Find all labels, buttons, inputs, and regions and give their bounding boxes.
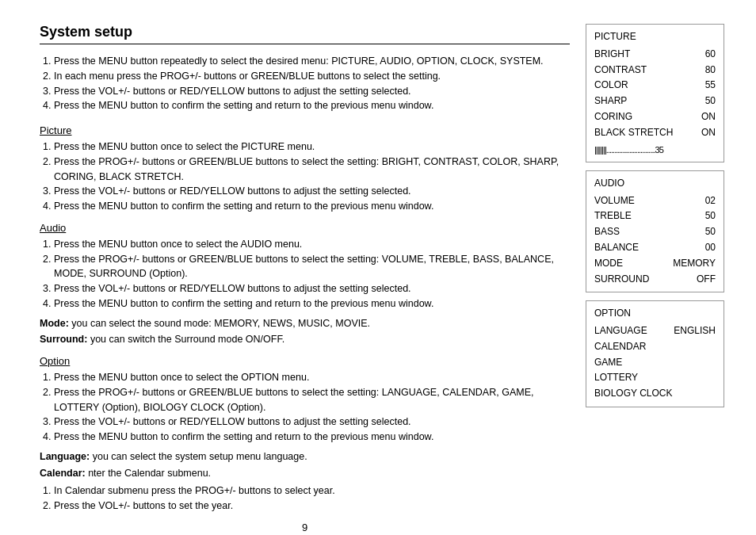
option-note-calendar: Calendar: nter the Calendar submenu.	[40, 466, 570, 481]
intro-list: Press the MENU button repeatedly to sele…	[40, 54, 570, 113]
intro-step-4: Press the MENU button to confirm the set…	[54, 98, 570, 113]
intro-step-2: In each menu press the PROG+/- buttons o…	[54, 69, 570, 84]
picture-label-bright: BRIGHT	[594, 47, 658, 63]
picture-value-sharp: 50	[676, 94, 716, 109]
audio-value-balance: 00	[676, 240, 716, 256]
picture-value-contrast: 80	[676, 63, 716, 78]
audio-value-bass: 50	[676, 224, 716, 240]
section-title-audio: Audio	[40, 222, 570, 234]
option-row-language: LANGUAGE ENGLISH	[594, 323, 716, 339]
section-option: Option Press the MENU button once to sel…	[40, 355, 570, 514]
option-steps: Press the MENU button once to select the…	[40, 370, 570, 445]
picture-progress-bar: ||||||||..............................35	[594, 143, 716, 157]
section-title-option: Option	[40, 355, 570, 367]
picture-value-color: 55	[676, 78, 716, 94]
audio-row-volume: VOLUME 02	[594, 193, 716, 209]
option-value-language: ENGLISH	[674, 323, 716, 339]
picture-value-coring: ON	[676, 109, 716, 125]
option-step-1: Press the MENU button once to select the…	[54, 370, 570, 385]
option-menu-box: OPTION LANGUAGE ENGLISH CALENDAR GAME LO…	[586, 300, 724, 407]
audio-note-mode: Mode: <b>Mode:</b> you can select the so…	[40, 316, 570, 331]
audio-row-treble: TREBLE 50	[594, 208, 716, 224]
option-value-calendar	[676, 339, 716, 355]
calendar-sub-steps: In Calendar submenu press the PROG+/- bu…	[40, 483, 570, 514]
picture-row-contrast: CONTRAST 80	[594, 63, 716, 78]
option-label-language: LANGUAGE	[594, 323, 658, 339]
picture-step-1: Press the MENU button once to select the…	[54, 139, 570, 155]
page-number: 9	[40, 522, 570, 533]
audio-label-mode: MODE	[594, 256, 658, 272]
audio-label-bass: BASS	[594, 224, 658, 240]
picture-label-contrast: CONTRAST	[594, 63, 658, 78]
calendar-sub-step-1: In Calendar submenu press the PROG+/- bu…	[54, 483, 570, 499]
audio-menu-title: AUDIO	[594, 176, 716, 192]
option-row-biology: BIOLOGY CLOCK	[594, 386, 716, 402]
audio-row-surround: SURROUND OFF	[594, 272, 716, 288]
audio-menu-box: AUDIO VOLUME 02 TREBLE 50 BASS 50 BALANC…	[586, 170, 724, 293]
audio-value-surround: OFF	[676, 272, 716, 288]
picture-row-color: COLOR 55	[594, 78, 716, 94]
picture-label-coring: CORING	[594, 109, 658, 125]
sidebar: PICTURE BRIGHT 60 CONTRAST 80 COLOR 55 S…	[586, 24, 724, 519]
audio-row-bass: BASS 50	[594, 224, 716, 240]
audio-step-3: Press the VOL+/- buttons or RED/YELLOW b…	[54, 281, 570, 296]
option-step-2: Press the PROG+/- buttons or GREEN/BLUE …	[54, 385, 570, 415]
audio-row-balance: BALANCE 00	[594, 240, 716, 256]
option-row-game: GAME	[594, 355, 716, 371]
option-menu-title: OPTION	[594, 306, 716, 322]
audio-value-volume: 02	[676, 193, 716, 209]
picture-step-4: Press the MENU button to confirm the set…	[54, 199, 570, 214]
picture-step-3: Press the VOL+/- buttons or RED/YELLOW b…	[54, 184, 570, 199]
picture-menu-title: PICTURE	[594, 29, 716, 45]
audio-note-surround: Surround: you can switch the Surround mo…	[40, 332, 570, 347]
section-picture: Picture Press the MENU button once to se…	[40, 124, 570, 214]
page-container: System setup Press the MENU button repea…	[0, 0, 756, 535]
option-value-lottery	[676, 370, 716, 386]
audio-step-2: Press the PROG+/- buttons or GREEN/BLUE …	[54, 252, 570, 282]
section-title-picture: Picture	[40, 124, 570, 136]
option-label-biology: BIOLOGY CLOCK	[594, 386, 672, 402]
picture-label-sharp: SHARP	[594, 94, 658, 109]
audio-label-treble: TREBLE	[594, 208, 658, 224]
section-audio: Audio Press the MENU button once to sele…	[40, 222, 570, 347]
audio-value-treble: 50	[676, 208, 716, 224]
picture-row-blackstretch: BLACK STRETCH ON	[594, 125, 716, 141]
option-step-3: Press the VOL+/- buttons or RED/YELLOW b…	[54, 415, 570, 430]
option-step-4: Press the MENU button to confirm the set…	[54, 430, 570, 445]
picture-label-color: COLOR	[594, 78, 658, 94]
audio-step-1: Press the MENU button once to select the…	[54, 237, 570, 252]
picture-row-sharp: SHARP 50	[594, 94, 716, 109]
option-label-game: GAME	[594, 355, 658, 371]
audio-label-surround: SURROUND	[594, 272, 658, 288]
picture-value-bright: 60	[676, 47, 716, 63]
intro-step-1: Press the MENU button repeatedly to sele…	[54, 54, 570, 69]
intro-step-3: Press the VOL+/- buttons or RED/YELLOW b…	[54, 84, 570, 99]
picture-row-coring: CORING ON	[594, 109, 716, 125]
picture-step-2: Press the PROG+/- buttons or GREEN/BLUE …	[54, 155, 570, 185]
picture-menu-box: PICTURE BRIGHT 60 CONTRAST 80 COLOR 55 S…	[586, 24, 724, 162]
option-row-lottery: LOTTERY	[594, 370, 716, 386]
picture-row-bright: BRIGHT 60	[594, 47, 716, 63]
option-label-lottery: LOTTERY	[594, 370, 658, 386]
audio-label-volume: VOLUME	[594, 193, 658, 209]
audio-value-mode: MEMORY	[673, 256, 716, 272]
audio-label-balance: BALANCE	[594, 240, 658, 256]
calendar-sub-step-2: Press the VOL+/- buttons to set the year…	[54, 499, 570, 514]
audio-step-4: Press the MENU button to confirm the set…	[54, 296, 570, 311]
audio-row-mode: MODE MEMORY	[594, 256, 716, 272]
option-value-game	[676, 355, 716, 371]
option-value-biology	[676, 386, 716, 402]
audio-steps: Press the MENU button once to select the…	[40, 237, 570, 311]
option-row-calendar: CALENDAR	[594, 339, 716, 355]
picture-steps: Press the MENU button once to select the…	[40, 139, 570, 214]
picture-value-blackstretch: ON	[676, 125, 716, 141]
page-title: System setup	[40, 24, 570, 44]
main-content: System setup Press the MENU button repea…	[40, 24, 570, 519]
option-label-calendar: CALENDAR	[594, 339, 658, 355]
picture-label-blackstretch: BLACK STRETCH	[594, 125, 673, 141]
option-note-language: Language: you can select the system setu…	[40, 449, 570, 464]
